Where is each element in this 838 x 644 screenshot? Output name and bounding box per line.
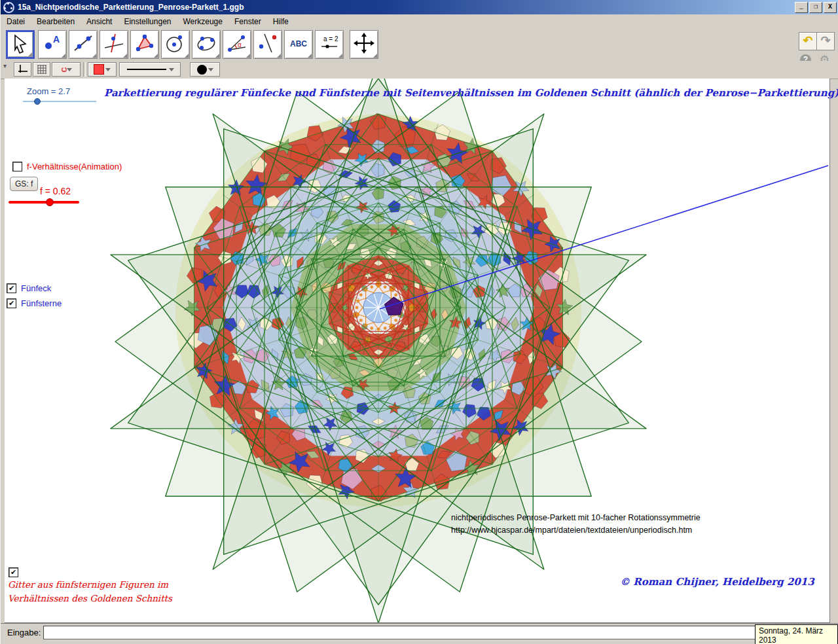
ellipse-icon	[195, 32, 217, 54]
stylebar-separator	[83, 62, 86, 77]
f-value-label: f = 0.62	[40, 186, 71, 196]
menu-einstellungen[interactable]: Einstellungen	[118, 15, 177, 28]
axes-icon	[18, 64, 28, 75]
chevron-down-icon	[105, 68, 111, 71]
copyright-text: © Roman Chijner, Heidelberg 2013	[620, 576, 814, 588]
circle-tool-button[interactable]	[161, 30, 190, 59]
menu-hilfe[interactable]: Hilfe	[267, 15, 295, 28]
svg-text:ABC: ABC	[290, 39, 307, 48]
f-slider[interactable]	[6, 196, 82, 208]
move-view-icon	[353, 32, 375, 54]
stars-checkbox[interactable]: ✔	[7, 298, 16, 308]
command-input[interactable]	[43, 626, 830, 639]
point-style-icon	[197, 65, 207, 75]
title-bar[interactable]: 15a_Nichtperiodische_Parkettierung_Penro…	[1, 0, 838, 14]
drawing-title: Parkettierung regulärer Fünfecke und Fün…	[104, 87, 838, 99]
reflect-tool-button[interactable]	[253, 30, 282, 59]
perpendicular-line-tool-button[interactable]	[100, 30, 128, 59]
window-title: 15a_Nichtperiodische_Parkettierung_Penro…	[18, 3, 244, 12]
point-icon: A	[41, 32, 64, 54]
perpendicular-line-icon	[103, 32, 125, 54]
pentagon-checkbox-label: Fünfeck	[21, 283, 51, 293]
undo-button[interactable]: ↶	[799, 32, 817, 50]
menu-werkzeuge[interactable]: Werkzeuge	[177, 15, 228, 28]
line-style-button[interactable]	[119, 62, 181, 77]
point-tool-button[interactable]: A	[38, 30, 67, 59]
conic-tool-button[interactable]	[192, 30, 221, 59]
zoom-slider-label: Zoom = 2.7	[27, 86, 70, 96]
color-swatch	[94, 64, 104, 75]
move-view-tool-button[interactable]	[350, 30, 378, 59]
menu-bar: Datei Bearbeiten Ansicht Einstellungen W…	[1, 14, 838, 29]
magnet-icon: c	[58, 67, 69, 72]
grid-caption-checkbox[interactable]: ✔	[9, 567, 18, 577]
angle-tool-button[interactable]: α	[223, 30, 251, 59]
menu-datei[interactable]: Datei	[1, 15, 31, 28]
animation-checkbox-row[interactable]: f-Verhältnisse(Animation)	[12, 162, 122, 171]
close-button[interactable]: X	[824, 2, 837, 13]
penrose-tiling-drawing	[5, 79, 829, 622]
restore-button[interactable]: ❐	[809, 2, 822, 13]
reflect-icon	[257, 32, 279, 54]
move-tool-button[interactable]	[6, 30, 35, 59]
slider-icon: a = 2	[318, 32, 340, 54]
graphics-view[interactable]: Zoom = 2.7 Parkettierung regulärer Fünfe…	[5, 79, 830, 623]
redo-button[interactable]: ↷	[816, 32, 835, 50]
svg-text:α: α	[238, 41, 242, 48]
line-tool-button[interactable]	[69, 30, 98, 59]
date-tooltip: Sonntag, 24. März 2013	[755, 624, 838, 644]
application-window: 15a_Nichtperiodische_Parkettierung_Penro…	[0, 0, 838, 644]
zoom-slider[interactable]	[20, 96, 99, 106]
tool-bar: A	[1, 28, 838, 61]
stars-checkbox-label: Fünfsterne	[21, 298, 62, 308]
gs-f-button[interactable]: GS: f	[10, 177, 38, 191]
red-caption-line2: Verhältnissen des Goldenen Schnitts	[8, 593, 172, 603]
color-button[interactable]	[88, 62, 117, 77]
svg-text:A: A	[53, 34, 60, 45]
point-style-button[interactable]	[190, 62, 220, 77]
polygon-tool-button[interactable]	[130, 30, 159, 59]
chevron-down-icon	[169, 68, 174, 71]
stylebar-chevron-icon[interactable]: ▾	[3, 62, 7, 69]
pentagon-checkbox[interactable]: ✔	[7, 283, 16, 293]
input-bar: Eingabe:	[1, 623, 838, 641]
text-icon: ABC	[287, 32, 310, 54]
chevron-down-icon	[208, 68, 213, 71]
minimize-button[interactable]: _	[795, 2, 808, 13]
line-style-icon	[126, 66, 168, 73]
line-icon	[72, 32, 94, 54]
axes-toggle-button[interactable]	[14, 62, 31, 77]
note-text: nichtperiodisches Penrose-Parkett mit 10…	[451, 513, 701, 522]
red-caption-line1: Gitter aus fünfsternigen Figuren im	[8, 579, 168, 590]
circle-icon	[164, 32, 187, 54]
menu-ansicht[interactable]: Ansicht	[81, 15, 118, 28]
input-label: Eingabe:	[7, 628, 41, 637]
stars-checkbox-row[interactable]: ✔ Fünfsterne	[7, 298, 62, 308]
style-bar: ▾ c	[1, 61, 838, 79]
pentagon-checkbox-row[interactable]: ✔ Fünfeck	[7, 283, 51, 293]
polygon-icon	[134, 32, 156, 54]
note-url[interactable]: http://www.hjcaspar.de/mpart/dateien/tex…	[451, 526, 692, 535]
menu-fenster[interactable]: Fenster	[228, 15, 267, 28]
angle-icon: α	[226, 32, 248, 54]
svg-text:a = 2: a = 2	[323, 35, 338, 43]
grid-caption-checkbox-row[interactable]: ✔	[9, 564, 18, 577]
grid-icon	[37, 64, 47, 75]
menu-bearbeiten[interactable]: Bearbeiten	[31, 15, 81, 28]
slider-tool-button[interactable]: a = 2	[315, 30, 344, 59]
animation-checkbox-label: f-Verhältnisse(Animation)	[27, 162, 122, 171]
animation-checkbox[interactable]	[12, 162, 22, 171]
geogebra-app-icon	[3, 2, 14, 13]
snap-button[interactable]: c	[52, 62, 81, 77]
grid-toggle-button[interactable]	[33, 62, 50, 77]
text-tool-button[interactable]: ABC	[284, 30, 313, 59]
